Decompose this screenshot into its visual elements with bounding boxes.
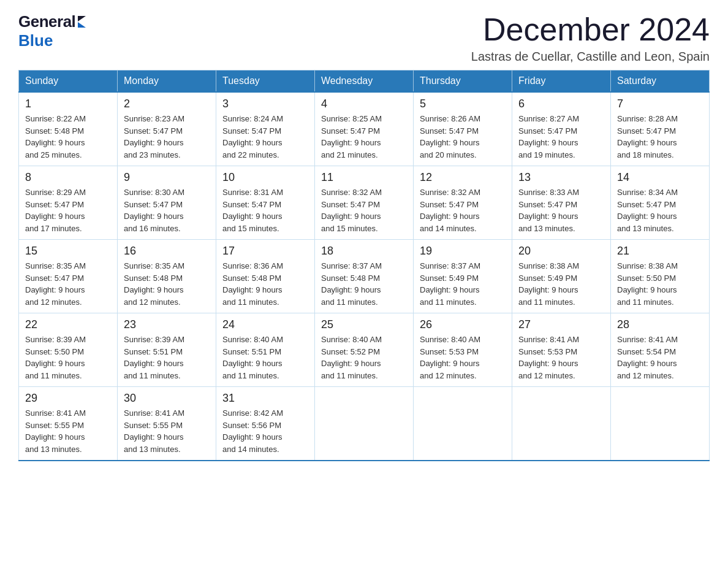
day-number: 22: [25, 318, 111, 331]
calendar-cell: 28 Sunrise: 8:41 AM Sunset: 5:54 PM Dayl…: [611, 313, 710, 387]
calendar-cell: 16 Sunrise: 8:35 AM Sunset: 5:48 PM Dayl…: [118, 240, 216, 313]
day-info: Sunrise: 8:41 AM Sunset: 5:55 PM Dayligh…: [25, 407, 111, 455]
day-number: 27: [518, 318, 604, 331]
calendar-week-row: 8 Sunrise: 8:29 AM Sunset: 5:47 PM Dayli…: [19, 166, 710, 240]
calendar-cell: 22 Sunrise: 8:39 AM Sunset: 5:50 PM Dayl…: [19, 313, 118, 387]
calendar-cell: [315, 387, 414, 461]
day-info: Sunrise: 8:41 AM Sunset: 5:55 PM Dayligh…: [124, 407, 210, 455]
calendar-week-row: 29 Sunrise: 8:41 AM Sunset: 5:55 PM Dayl…: [19, 387, 710, 461]
calendar-cell: [512, 387, 611, 461]
day-number: 3: [222, 98, 308, 110]
weekday-header-wednesday: Wednesday: [315, 71, 414, 93]
day-number: 4: [321, 98, 407, 110]
title-area: December 2024 Lastras de Cuellar, Castil…: [471, 12, 710, 64]
day-info: Sunrise: 8:39 AM Sunset: 5:50 PM Dayligh…: [25, 334, 111, 381]
calendar-table: SundayMondayTuesdayWednesdayThursdayFrid…: [18, 70, 710, 461]
day-info: Sunrise: 8:27 AM Sunset: 5:47 PM Dayligh…: [518, 113, 604, 161]
calendar-cell: 24 Sunrise: 8:40 AM Sunset: 5:51 PM Dayl…: [216, 313, 315, 387]
day-number: 10: [222, 171, 308, 184]
calendar-cell: 20 Sunrise: 8:38 AM Sunset: 5:49 PM Dayl…: [512, 240, 611, 313]
day-info: Sunrise: 8:38 AM Sunset: 5:49 PM Dayligh…: [518, 260, 604, 308]
calendar-cell: 5 Sunrise: 8:26 AM Sunset: 5:47 PM Dayli…: [414, 92, 512, 166]
day-info: Sunrise: 8:35 AM Sunset: 5:48 PM Dayligh…: [124, 260, 210, 308]
day-number: 9: [124, 171, 210, 184]
day-info: Sunrise: 8:32 AM Sunset: 5:47 PM Dayligh…: [420, 186, 506, 234]
calendar-week-row: 1 Sunrise: 8:22 AM Sunset: 5:48 PM Dayli…: [19, 92, 710, 166]
day-info: Sunrise: 8:23 AM Sunset: 5:47 PM Dayligh…: [124, 113, 210, 161]
weekday-header-saturday: Saturday: [611, 71, 710, 93]
calendar-cell: 19 Sunrise: 8:37 AM Sunset: 5:49 PM Dayl…: [414, 240, 512, 313]
day-info: Sunrise: 8:39 AM Sunset: 5:51 PM Dayligh…: [124, 334, 210, 381]
calendar-cell: 23 Sunrise: 8:39 AM Sunset: 5:51 PM Dayl…: [118, 313, 216, 387]
day-info: Sunrise: 8:42 AM Sunset: 5:56 PM Dayligh…: [222, 407, 308, 455]
day-info: Sunrise: 8:31 AM Sunset: 5:47 PM Dayligh…: [222, 186, 308, 234]
calendar-cell: 29 Sunrise: 8:41 AM Sunset: 5:55 PM Dayl…: [19, 387, 118, 461]
day-info: Sunrise: 8:30 AM Sunset: 5:47 PM Dayligh…: [124, 186, 210, 234]
day-info: Sunrise: 8:41 AM Sunset: 5:54 PM Dayligh…: [617, 334, 703, 381]
day-number: 29: [25, 392, 111, 405]
day-info: Sunrise: 8:25 AM Sunset: 5:47 PM Dayligh…: [321, 113, 407, 161]
day-number: 17: [222, 245, 308, 258]
calendar-cell: 15 Sunrise: 8:35 AM Sunset: 5:47 PM Dayl…: [19, 240, 118, 313]
day-number: 28: [617, 318, 703, 331]
day-number: 26: [420, 318, 506, 331]
day-info: Sunrise: 8:38 AM Sunset: 5:50 PM Dayligh…: [617, 260, 703, 308]
weekday-header-friday: Friday: [512, 71, 611, 93]
day-info: Sunrise: 8:37 AM Sunset: 5:49 PM Dayligh…: [420, 260, 506, 308]
calendar-cell: 10 Sunrise: 8:31 AM Sunset: 5:47 PM Dayl…: [216, 166, 315, 240]
calendar-week-row: 22 Sunrise: 8:39 AM Sunset: 5:50 PM Dayl…: [19, 313, 710, 387]
calendar-cell: 7 Sunrise: 8:28 AM Sunset: 5:47 PM Dayli…: [611, 92, 710, 166]
calendar-cell: [611, 387, 710, 461]
month-year-title: December 2024: [471, 12, 710, 47]
calendar-cell: 11 Sunrise: 8:32 AM Sunset: 5:47 PM Dayl…: [315, 166, 414, 240]
calendar-cell: 9 Sunrise: 8:30 AM Sunset: 5:47 PM Dayli…: [118, 166, 216, 240]
calendar-cell: 14 Sunrise: 8:34 AM Sunset: 5:47 PM Dayl…: [611, 166, 710, 240]
logo: General Blue: [18, 12, 86, 50]
day-number: 16: [124, 245, 210, 258]
day-number: 8: [25, 171, 111, 184]
day-number: 1: [25, 98, 111, 110]
day-info: Sunrise: 8:41 AM Sunset: 5:53 PM Dayligh…: [518, 334, 604, 381]
calendar-cell: 12 Sunrise: 8:32 AM Sunset: 5:47 PM Dayl…: [414, 166, 512, 240]
day-info: Sunrise: 8:35 AM Sunset: 5:47 PM Dayligh…: [25, 260, 111, 308]
day-number: 21: [617, 245, 703, 258]
calendar-cell: 25 Sunrise: 8:40 AM Sunset: 5:52 PM Dayl…: [315, 313, 414, 387]
day-number: 31: [222, 392, 308, 405]
day-number: 11: [321, 171, 407, 184]
day-info: Sunrise: 8:40 AM Sunset: 5:53 PM Dayligh…: [420, 334, 506, 381]
calendar-cell: 2 Sunrise: 8:23 AM Sunset: 5:47 PM Dayli…: [118, 92, 216, 166]
calendar-cell: 17 Sunrise: 8:36 AM Sunset: 5:48 PM Dayl…: [216, 240, 315, 313]
calendar-cell: [414, 387, 512, 461]
day-info: Sunrise: 8:40 AM Sunset: 5:52 PM Dayligh…: [321, 334, 407, 381]
day-number: 6: [518, 98, 604, 110]
calendar-cell: 6 Sunrise: 8:27 AM Sunset: 5:47 PM Dayli…: [512, 92, 611, 166]
day-number: 13: [518, 171, 604, 184]
day-number: 2: [124, 98, 210, 110]
day-number: 14: [617, 171, 703, 184]
day-info: Sunrise: 8:34 AM Sunset: 5:47 PM Dayligh…: [617, 186, 703, 234]
day-info: Sunrise: 8:24 AM Sunset: 5:47 PM Dayligh…: [222, 113, 308, 161]
calendar-cell: 1 Sunrise: 8:22 AM Sunset: 5:48 PM Dayli…: [19, 92, 118, 166]
calendar-cell: 30 Sunrise: 8:41 AM Sunset: 5:55 PM Dayl…: [118, 387, 216, 461]
day-number: 24: [222, 318, 308, 331]
calendar-cell: 31 Sunrise: 8:42 AM Sunset: 5:56 PM Dayl…: [216, 387, 315, 461]
day-number: 12: [420, 171, 506, 184]
weekday-header-thursday: Thursday: [414, 71, 512, 93]
day-info: Sunrise: 8:37 AM Sunset: 5:48 PM Dayligh…: [321, 260, 407, 308]
weekday-header-monday: Monday: [118, 71, 216, 93]
calendar-cell: 18 Sunrise: 8:37 AM Sunset: 5:48 PM Dayl…: [315, 240, 414, 313]
day-number: 5: [420, 98, 506, 110]
calendar-cell: 3 Sunrise: 8:24 AM Sunset: 5:47 PM Dayli…: [216, 92, 315, 166]
logo-general: General: [18, 12, 75, 31]
day-info: Sunrise: 8:28 AM Sunset: 5:47 PM Dayligh…: [617, 113, 703, 161]
weekday-header-row: SundayMondayTuesdayWednesdayThursdayFrid…: [19, 71, 710, 93]
day-number: 30: [124, 392, 210, 405]
calendar-cell: 13 Sunrise: 8:33 AM Sunset: 5:47 PM Dayl…: [512, 166, 611, 240]
day-number: 7: [617, 98, 703, 110]
day-info: Sunrise: 8:33 AM Sunset: 5:47 PM Dayligh…: [518, 186, 604, 234]
page-header: General Blue December 2024 Lastras de Cu…: [18, 12, 710, 64]
location-title: Lastras de Cuellar, Castille and Leon, S…: [471, 50, 710, 64]
logo-blue: Blue: [18, 31, 53, 50]
day-info: Sunrise: 8:29 AM Sunset: 5:47 PM Dayligh…: [25, 186, 111, 234]
day-info: Sunrise: 8:40 AM Sunset: 5:51 PM Dayligh…: [222, 334, 308, 381]
